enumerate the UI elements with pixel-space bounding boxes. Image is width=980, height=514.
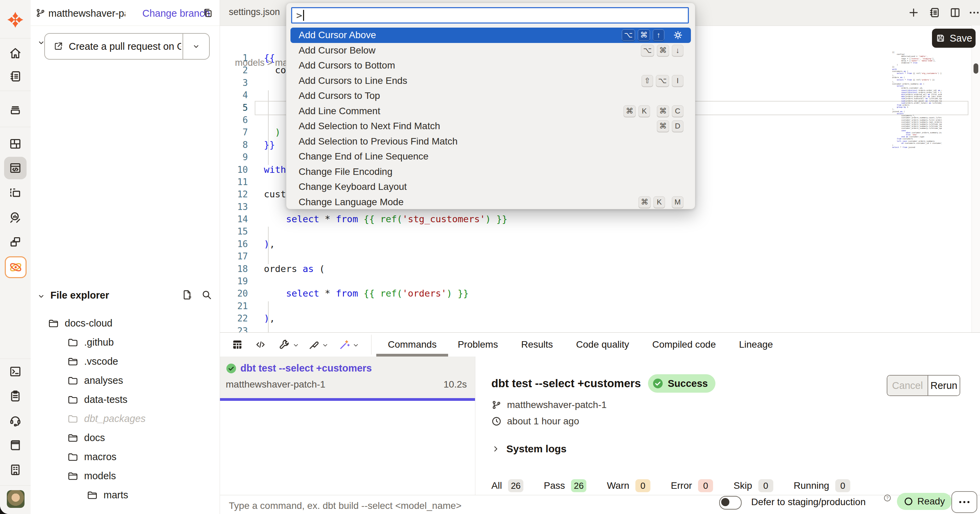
command-palette-input[interactable]: > xyxy=(291,7,689,24)
magic-wand-icon[interactable] xyxy=(339,338,351,351)
help-icon[interactable]: ? xyxy=(883,494,891,502)
canvas-icon[interactable] xyxy=(8,187,22,200)
filter-running[interactable]: Running0 xyxy=(794,479,850,492)
new-file-icon[interactable] xyxy=(181,289,193,301)
filter-warn[interactable]: Warn0 xyxy=(607,479,651,492)
pr-button-dropdown[interactable] xyxy=(183,34,209,59)
chevron-down-icon[interactable] xyxy=(293,342,299,349)
history-item-selected[interactable]: dbt test --select +customers matthewshav… xyxy=(220,356,475,401)
command-item[interactable]: Add Cursors to Top xyxy=(290,88,691,104)
search-icon[interactable] xyxy=(201,289,213,301)
command-item[interactable]: Add Cursor Above⌥⌘↑ xyxy=(290,28,691,43)
filter-all[interactable]: All26 xyxy=(492,479,523,492)
filter-error[interactable]: Error0 xyxy=(671,479,713,492)
status-more-button[interactable] xyxy=(951,491,977,513)
rerun-button[interactable]: Rerun xyxy=(928,376,959,395)
file-tree-item[interactable]: marts xyxy=(31,485,220,504)
code-line: 17 xyxy=(220,250,980,262)
chevron-down-icon[interactable] xyxy=(322,342,329,349)
code-icon[interactable] xyxy=(255,339,266,350)
file-tree-item[interactable]: docs-cloud xyxy=(31,314,220,333)
docs-book-icon[interactable] xyxy=(8,438,22,452)
clipboard-icon[interactable] xyxy=(8,389,22,403)
panel-tab-problems[interactable]: Problems xyxy=(458,333,498,356)
app-rail xyxy=(0,0,31,514)
panel-tab-compiled-code[interactable]: Compiled code xyxy=(652,333,716,356)
filter-pass[interactable]: Pass26 xyxy=(544,479,586,492)
scrollbar-thumb[interactable] xyxy=(974,64,978,73)
insights-search-icon[interactable] xyxy=(8,210,22,224)
tab-settings-json[interactable]: settings.json xyxy=(229,7,280,18)
new-tab-plus-icon[interactable] xyxy=(907,6,920,19)
command-item[interactable]: Add Selection to Next Find Match⌘D xyxy=(290,119,691,134)
split-view-icon[interactable] xyxy=(949,6,961,19)
command-item[interactable]: Add Line Comment⌘K⌘C xyxy=(290,104,691,119)
command-item[interactable]: Change File Encoding xyxy=(290,164,691,180)
toolbar-divider xyxy=(371,335,372,354)
command-item[interactable]: Add Cursor Below⌥⌘↓ xyxy=(290,43,691,58)
panel-tab-lineage[interactable]: Lineage xyxy=(739,333,773,356)
file-tree-item[interactable]: models xyxy=(31,466,220,485)
keycap: M xyxy=(672,196,683,208)
defer-toggle[interactable] xyxy=(719,496,741,509)
command-label: Change Keyboard Layout xyxy=(299,181,683,192)
terminal-icon[interactable] xyxy=(8,365,22,378)
minimap[interactable]: {{ config( materialized = 'table', tags … xyxy=(892,51,942,150)
file-tree-item[interactable]: data-tests xyxy=(31,390,220,409)
file-tree-item[interactable]: analyses xyxy=(31,371,220,390)
chevron-down-icon[interactable] xyxy=(37,292,46,301)
file-tree-item[interactable]: dbt_packages xyxy=(31,409,220,428)
file-tree: docs-cloud.github.vscodeanalysesdata-tes… xyxy=(31,314,220,514)
command-item[interactable]: Add Cursors to Bottom xyxy=(290,58,691,73)
user-avatar[interactable] xyxy=(7,490,24,508)
gear-icon[interactable] xyxy=(673,30,683,41)
command-label: Add Cursor Above xyxy=(299,30,622,41)
editor-scrollbar[interactable] xyxy=(972,26,980,332)
cancel-button[interactable]: Cancel xyxy=(888,376,928,395)
palette-prompt: > xyxy=(296,10,302,21)
command-item[interactable]: Change Keyboard Layout xyxy=(290,179,691,195)
filter-skip[interactable]: Skip0 xyxy=(733,479,773,492)
create-pr-button[interactable]: Create a pull request on Gi... xyxy=(44,33,210,60)
home-icon[interactable] xyxy=(8,46,22,60)
defer-label: Defer to staging/production xyxy=(751,496,865,508)
panel-tab-commands[interactable]: Commands xyxy=(376,333,448,356)
folder-open-icon xyxy=(48,317,59,329)
file-name: marts xyxy=(103,490,128,501)
change-branch-link[interactable]: Change branch xyxy=(142,8,210,19)
system-logs-label: System logs xyxy=(506,443,566,455)
file-tree-item[interactable]: .vscode xyxy=(31,352,220,371)
file-tree-item[interactable]: docs xyxy=(31,428,220,447)
wrench-icon[interactable] xyxy=(278,338,291,351)
notebook-icon[interactable] xyxy=(8,70,22,83)
result-filters: All26Pass26Warn0Error0Skip0Running0 xyxy=(492,479,850,492)
notebook-panel-icon[interactable] xyxy=(928,6,940,19)
apps-windows-icon[interactable] xyxy=(8,235,22,249)
panel-tab-results[interactable]: Results xyxy=(521,333,553,356)
command-item[interactable]: Add Selection to Previous Find Match xyxy=(290,134,691,149)
archive-icon[interactable] xyxy=(8,103,22,117)
file-tree-item[interactable]: .github xyxy=(31,333,220,352)
code-editor-icon[interactable] xyxy=(8,161,22,175)
assistant-icon-frame[interactable] xyxy=(5,256,27,278)
command-item[interactable]: Change Language Mode⌘KM xyxy=(290,195,691,210)
system-logs-toggle[interactable]: System logs xyxy=(492,443,566,455)
more-options-icon[interactable] xyxy=(968,6,980,19)
panel-tab-code-quality[interactable]: Code quality xyxy=(576,333,629,356)
command-item[interactable]: Change End of Line Sequence xyxy=(290,149,691,164)
organization-icon[interactable] xyxy=(8,463,22,477)
headset-support-icon[interactable] xyxy=(8,413,22,427)
save-button[interactable]: Save xyxy=(932,29,975,48)
folder-open-icon xyxy=(67,470,79,482)
dashboard-icon[interactable] xyxy=(8,137,22,151)
format-icon[interactable] xyxy=(308,338,320,351)
run-branch-row: matthewshaver-patch-1 xyxy=(492,399,607,410)
command-input[interactable]: Type a command, ex. dbt build --select <… xyxy=(229,500,461,511)
filter-count-badge: 0 xyxy=(635,479,651,492)
chevron-down-icon[interactable] xyxy=(352,342,359,349)
table-icon[interactable] xyxy=(231,338,243,351)
copy-icon[interactable] xyxy=(202,8,213,18)
filter-label: Error xyxy=(671,480,692,491)
file-tree-item[interactable]: macros xyxy=(31,447,220,466)
command-item[interactable]: Add Cursors to Line Ends⇧⌥I xyxy=(290,73,691,89)
